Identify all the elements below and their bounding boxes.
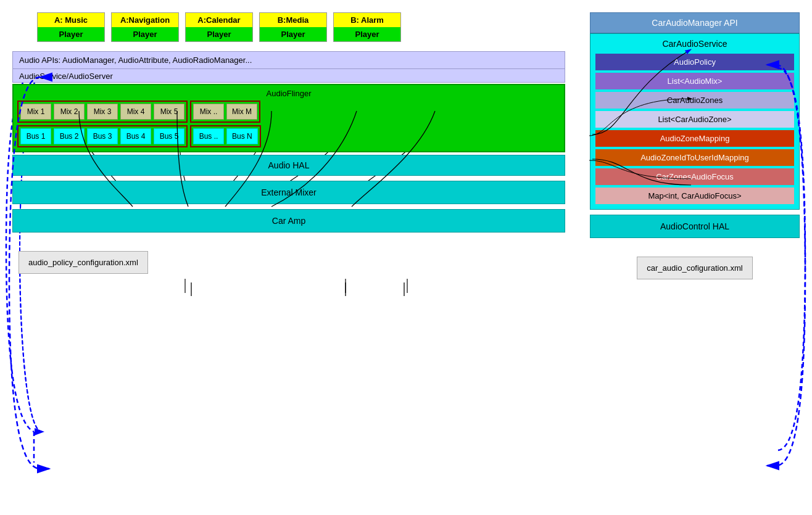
app-navigation-subtitle: Player <box>112 27 178 41</box>
car-amp-label: Car Amp <box>272 216 305 226</box>
mix-group-1: Mix 1 Mix 2 Mix 3 Mix 4 Mix 5 <box>17 101 188 123</box>
bus-box-5: Bus 5 <box>154 128 184 144</box>
bus-box-dots: Bus .. <box>193 128 224 144</box>
list-audiomix-label: List<AudioMix> <box>668 76 723 86</box>
bus-box-2: Bus 2 <box>54 128 85 144</box>
audio-zone-mapping-box: AudioZoneMapping <box>595 130 794 147</box>
app-row: A: Music Player A:Navigation Player A:Ca… <box>37 12 565 42</box>
app-music-title: A: Music <box>38 13 104 27</box>
map-car-audio-focus-label: Map<int, CarAudioFocus> <box>648 191 741 200</box>
bus-row: Bus 1 Bus 2 Bus 3 Bus 4 Bus 5 Bus .. Bus… <box>17 125 560 147</box>
mix-box-dots: Mix .. <box>193 104 224 120</box>
car-audio-manager-api: CarAudioManager API <box>590 12 800 33</box>
app-box-calendar: A:Calendar Player <box>185 12 253 42</box>
car-zones-audio-focus-box: CarZonesAudioFocus <box>595 168 794 185</box>
mix-box-5: Mix 5 <box>154 104 184 120</box>
audio-hal: Audio HAL <box>12 155 565 176</box>
app-calendar-subtitle: Player <box>186 27 252 41</box>
list-car-audio-zone-box: List<CarAudioZone> <box>595 111 794 128</box>
audio-zone-id-mapping-label: AudioZoneIdToUserIdMapping <box>640 153 749 162</box>
car-audio-service-label: CarAudioService <box>595 39 794 49</box>
bus-group-2: Bus .. Bus N <box>190 125 261 147</box>
audioflinger-area: AudioFlinger Mix 1 Mix 2 Mix 3 Mix 4 Mix… <box>12 84 565 152</box>
bus-box-1: Bus 1 <box>20 128 51 144</box>
app-media-subtitle: Player <box>260 27 326 41</box>
audio-policy-box: AudioPolicy <box>595 54 794 70</box>
external-mixer: External Mixer <box>12 181 565 204</box>
audio-control-hal-label: AudioControl HAL <box>660 221 729 231</box>
audio-zone-id-mapping-box: AudioZoneIdToUserIdMapping <box>595 149 794 166</box>
mix-group-2: Mix .. Mix M <box>190 101 260 123</box>
app-box-alarm: B: Alarm Player <box>333 12 401 42</box>
external-mixer-label: External Mixer <box>261 187 316 197</box>
car-audio-zones-label: CarAudioZones <box>667 96 723 105</box>
mix-row: Mix 1 Mix 2 Mix 3 Mix 4 Mix 5 Mix .. Mix… <box>17 101 560 123</box>
mix-box-1: Mix 1 <box>20 104 51 120</box>
app-box-music: A: Music Player <box>37 12 105 42</box>
map-car-audio-focus-box: Map<int, CarAudioFocus> <box>595 187 794 204</box>
mix-box-2: Mix 2 <box>54 104 85 120</box>
config-xml-label: audio_policy_configuration.xml <box>28 258 138 267</box>
app-music-subtitle: Player <box>38 27 104 41</box>
audio-service-label: AudioService/AudioServer <box>19 72 113 81</box>
left-panel: A: Music Player A:Navigation Player A:Ca… <box>12 12 565 503</box>
bus-box-4: Bus 4 <box>120 128 151 144</box>
mix-box-3: Mix 3 <box>87 104 118 120</box>
right-panel: CarAudioManager API CarAudioService Audi… <box>590 12 800 503</box>
app-alarm-title: B: Alarm <box>334 13 400 27</box>
bus-group-1: Bus 1 Bus 2 Bus 3 Bus 4 Bus 5 <box>17 125 188 147</box>
list-audiomix-box: List<AudioMix> <box>595 73 794 89</box>
car-zones-audio-focus-label: CarZonesAudioFocus <box>656 172 734 181</box>
bus-box-3: Bus 3 <box>87 128 118 144</box>
app-box-media: B:Media Player <box>259 12 327 42</box>
list-car-audio-zone-label: List<CarAudioZone> <box>658 115 731 124</box>
audio-service-layer: AudioService/AudioServer <box>12 69 565 83</box>
car-amp: Car Amp <box>12 209 565 233</box>
audio-hal-label: Audio HAL <box>268 160 310 170</box>
app-media-title: B:Media <box>260 13 326 27</box>
app-box-navigation: A:Navigation Player <box>111 12 179 42</box>
app-navigation-title: A:Navigation <box>112 13 178 27</box>
car-audio-manager-api-label: CarAudioManager API <box>652 18 737 28</box>
app-calendar-title: A:Calendar <box>186 13 252 27</box>
car-config-xml-box: car_audio_cofiguration.xml <box>637 257 752 279</box>
mix-box-m: Mix M <box>226 104 257 120</box>
audio-control-hal: AudioControl HAL <box>590 215 800 238</box>
audio-apis-label: Audio APIs: AudioManager, AudioAttribute… <box>19 56 252 65</box>
config-xml-box: audio_policy_configuration.xml <box>19 251 148 274</box>
car-audio-service-container: CarAudioService AudioPolicy List<AudioMi… <box>590 33 800 210</box>
app-alarm-subtitle: Player <box>334 27 400 41</box>
audio-policy-label: AudioPolicy <box>674 57 716 67</box>
car-audio-zones-box: CarAudioZones <box>595 92 794 109</box>
car-config-xml-label: car_audio_cofiguration.xml <box>647 263 742 273</box>
audio-apis-layer: Audio APIs: AudioManager, AudioAttribute… <box>12 51 565 69</box>
audioflinger-label: AudioFlinger <box>17 89 560 98</box>
bus-box-n: Bus N <box>226 128 258 144</box>
audio-zone-mapping-label: AudioZoneMapping <box>660 134 730 143</box>
mix-box-4: Mix 4 <box>120 104 151 120</box>
